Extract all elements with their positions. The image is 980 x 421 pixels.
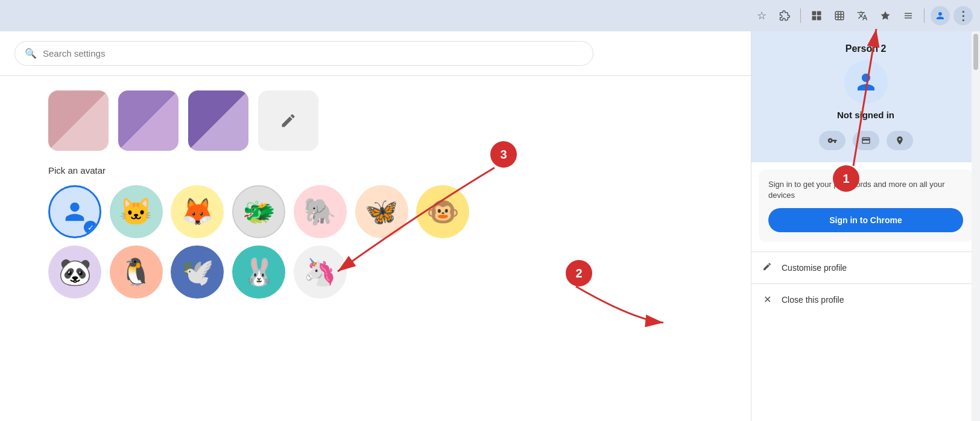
close-profile-item[interactable]: ✕ Close this profile <box>751 286 980 312</box>
search-input[interactable]: Search settings <box>43 48 105 59</box>
toolbar-separator <box>800 8 801 23</box>
close-icon: ✕ <box>761 294 773 305</box>
signin-section: Sign in to get your passwords and more o… <box>759 169 973 242</box>
close-profile-label: Close this profile <box>782 295 844 305</box>
horse-emoji: 🦄 <box>303 259 337 285</box>
avatar-cat[interactable]: 🐱 <box>110 185 163 238</box>
settings-panel: 🔍 Search settings Pick an avatar ✓ <box>0 31 751 421</box>
customise-profile-label: Customise profile <box>782 263 847 273</box>
scrollbar-thumb[interactable] <box>973 34 978 70</box>
bird-emoji: 🕊️ <box>181 259 214 285</box>
avatar-butterfly[interactable]: 🦋 <box>355 185 408 238</box>
avatar-section-title: Pick an avatar <box>48 165 703 176</box>
passwords-button[interactable] <box>819 131 846 150</box>
color-section <box>0 76 751 160</box>
panda-emoji: 🐼 <box>58 259 92 285</box>
scrollbar[interactable] <box>972 31 980 421</box>
penguin-emoji: 🐧 <box>119 259 153 285</box>
star-icon[interactable] <box>876 6 895 25</box>
search-icon: 🔍 <box>25 48 37 59</box>
reader-icon[interactable] <box>899 6 918 25</box>
profile-button[interactable] <box>931 6 950 25</box>
profile-name: Person 2 <box>846 43 887 54</box>
avatar-person[interactable]: ✓ <box>48 185 101 238</box>
monkey-emoji: 🐵 <box>426 198 460 225</box>
payment-button[interactable] <box>853 131 879 150</box>
profile-avatar <box>844 60 888 104</box>
elephant-emoji: 🐘 <box>303 198 337 225</box>
customise-icon <box>761 262 773 274</box>
avatar-horse[interactable]: 🦄 <box>294 245 347 299</box>
color-swatch-pink[interactable] <box>48 90 109 151</box>
fox-emoji: 🦊 <box>181 198 214 225</box>
color-swatch-custom[interactable] <box>258 90 318 151</box>
profile-status: Not signed in <box>837 110 894 120</box>
avatar-origami-bird[interactable]: 🕊️ <box>171 245 224 299</box>
main-content: 🔍 Search settings Pick an avatar ✓ <box>0 31 980 421</box>
toolbar-separator-2 <box>924 8 925 23</box>
menu-divider-2 <box>751 283 980 284</box>
search-bar[interactable]: 🔍 Search settings <box>14 41 593 66</box>
location-button[interactable] <box>887 131 913 150</box>
color-swatch-light-purple[interactable] <box>188 90 248 151</box>
svg-rect-4 <box>835 11 844 20</box>
profile-header: Person 2 Not signed in <box>751 31 980 162</box>
avatar-section: Pick an avatar ✓ 🐱 🦊 🐲 <box>0 160 751 303</box>
signin-button[interactable]: Sign in to Chrome <box>768 208 963 232</box>
extension-icon[interactable] <box>775 6 794 25</box>
signin-description: Sign in to get your passwords and more o… <box>768 179 963 201</box>
chrome-toolbar: ☆ ⋮ <box>0 0 980 31</box>
svg-rect-2 <box>812 16 817 21</box>
color-swatch-purple[interactable] <box>118 90 179 151</box>
svg-rect-0 <box>812 11 817 16</box>
translate-icon[interactable] <box>853 6 872 25</box>
selected-checkmark: ✓ <box>84 221 97 234</box>
cat-emoji: 🐱 <box>119 198 153 225</box>
dragon-emoji: 🐲 <box>242 198 276 225</box>
avatar-grid: ✓ 🐱 🦊 🐲 🐘 <box>48 185 470 299</box>
avatar-monkey[interactable]: 🐵 <box>416 185 469 238</box>
svg-rect-1 <box>817 11 821 16</box>
quick-actions <box>819 131 913 150</box>
avatar-elephant[interactable]: 🐘 <box>294 185 347 238</box>
avatar-penguin[interactable]: 🐧 <box>110 245 163 299</box>
menu-button[interactable]: ⋮ <box>953 6 973 25</box>
customise-profile-item[interactable]: Customise profile <box>751 255 980 281</box>
table-icon[interactable] <box>830 6 849 25</box>
avatar-panda[interactable]: 🐼 <box>48 245 101 299</box>
bookmark-icon[interactable]: ☆ <box>752 6 771 25</box>
menu-divider-1 <box>751 252 980 252</box>
avatar-dragon[interactable]: 🐲 <box>232 185 285 238</box>
profile-panel: Person 2 Not signed in Sign in to get yo… <box>751 31 980 421</box>
rabbit-emoji: 🐰 <box>242 259 276 285</box>
butterfly-emoji: 🦋 <box>365 198 398 225</box>
svg-rect-3 <box>817 16 821 21</box>
avatar-fox[interactable]: 🦊 <box>171 185 224 238</box>
avatar-rabbit[interactable]: 🐰 <box>232 245 285 299</box>
tab-group-icon[interactable] <box>807 6 826 25</box>
